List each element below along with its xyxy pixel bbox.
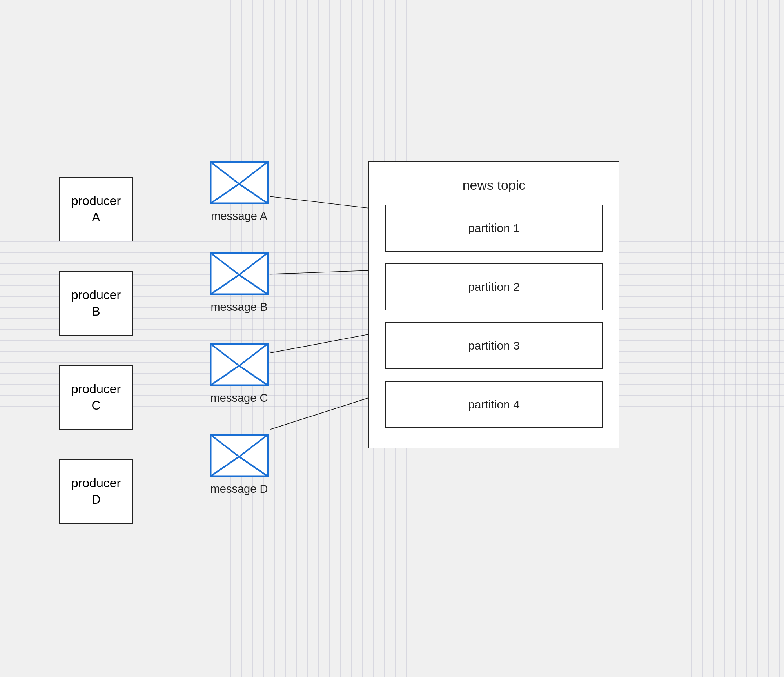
topic-column: news topic partition 1 partition 2 parti…: [368, 161, 619, 448]
partition-2-label: partition 2: [468, 280, 520, 294]
producer-b-label: producer B: [71, 287, 121, 319]
partition-3-box: partition 3: [385, 322, 603, 369]
partition-3-label: partition 3: [468, 339, 520, 352]
producer-a-label: producer A: [71, 193, 121, 225]
topic-box: news topic partition 1 partition 2 parti…: [368, 161, 619, 448]
partition-4-label: partition 4: [468, 398, 520, 411]
message-d-item: message D: [184, 434, 294, 495]
message-b-label: message B: [211, 301, 267, 314]
message-b-item: message B: [184, 252, 294, 314]
partition-4-box: partition 4: [385, 381, 603, 428]
producer-d-box: producer D: [59, 459, 133, 524]
message-c-item: message C: [184, 343, 294, 405]
message-b-envelope: [210, 252, 269, 295]
message-c-envelope: [210, 343, 269, 386]
producer-a-box: producer A: [59, 177, 133, 241]
messages-column: message A message B message C: [184, 161, 294, 495]
message-c-label: message C: [211, 392, 268, 405]
partition-1-box: partition 1: [385, 205, 603, 252]
producer-c-label: producer C: [71, 381, 121, 414]
diagram-container: producer A producer B producer C produce…: [59, 153, 725, 524]
producers-column: producer A producer B producer C produce…: [59, 177, 145, 524]
producer-c-box: producer C: [59, 365, 133, 430]
message-a-envelope: [210, 161, 269, 204]
message-a-item: message A: [184, 161, 294, 223]
producer-b-box: producer B: [59, 271, 133, 336]
topic-title: news topic: [385, 174, 603, 193]
message-d-label: message D: [211, 483, 268, 495]
producer-d-label: producer D: [71, 475, 121, 508]
message-a-label: message A: [211, 210, 267, 223]
message-d-envelope: [210, 434, 269, 477]
partition-2-box: partition 2: [385, 263, 603, 310]
partition-1-label: partition 1: [468, 221, 520, 235]
